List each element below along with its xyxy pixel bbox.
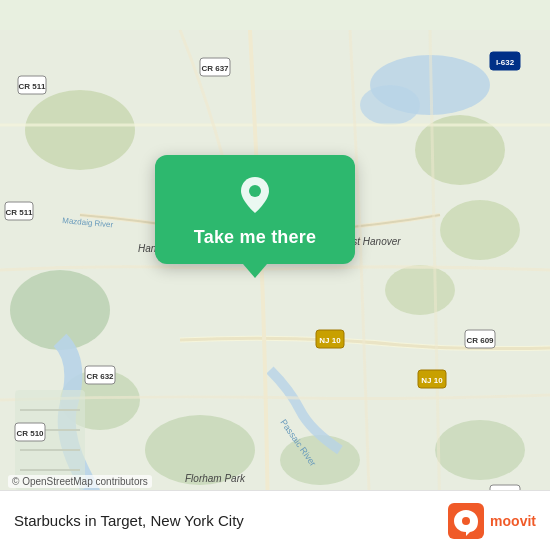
take-me-there-button[interactable]: Take me there [155, 155, 355, 264]
moovit-text: moovit [490, 513, 536, 529]
svg-point-6 [385, 265, 455, 315]
svg-text:NJ 10: NJ 10 [421, 376, 443, 385]
take-me-there-label: Take me there [194, 227, 316, 248]
svg-text:CR 637: CR 637 [201, 64, 229, 73]
svg-text:I-632: I-632 [496, 58, 515, 67]
map-background: CR 511 CR 511 CR 637 I-632 NJ 10 NJ 10 C… [0, 0, 550, 550]
place-name: Starbucks in Target, New York City [14, 512, 244, 529]
svg-text:Florham Park: Florham Park [185, 473, 246, 484]
moovit-icon [448, 503, 484, 539]
svg-text:CR 510: CR 510 [16, 429, 44, 438]
location-pin-icon [233, 173, 277, 217]
moovit-logo: moovit [448, 503, 536, 539]
map-container: CR 511 CR 511 CR 637 I-632 NJ 10 NJ 10 C… [0, 0, 550, 550]
map-attribution: © OpenStreetMap contributors [8, 475, 152, 488]
bottom-bar: Starbucks in Target, New York City moovi… [0, 490, 550, 550]
svg-point-43 [249, 185, 261, 197]
svg-text:CR 632: CR 632 [86, 372, 114, 381]
svg-point-45 [462, 517, 470, 525]
svg-point-3 [25, 90, 135, 170]
svg-text:CR 609: CR 609 [466, 336, 494, 345]
svg-point-5 [440, 200, 520, 260]
svg-text:CR 511: CR 511 [18, 82, 46, 91]
svg-point-7 [10, 270, 110, 350]
svg-text:NJ 10: NJ 10 [319, 336, 341, 345]
svg-text:CR 511: CR 511 [5, 208, 33, 217]
svg-point-11 [435, 420, 525, 480]
svg-point-2 [360, 85, 420, 125]
